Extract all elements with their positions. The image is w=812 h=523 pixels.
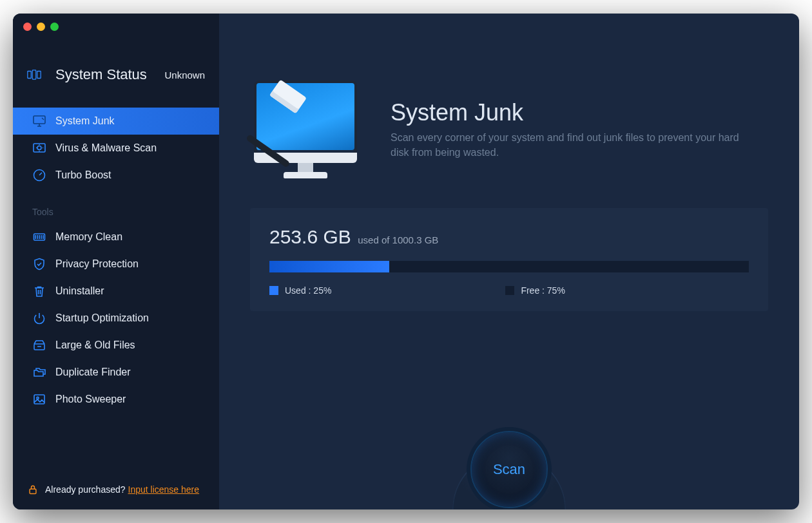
sidebar-item-label: Large & Old Files <box>55 339 135 351</box>
photo-icon <box>32 392 46 406</box>
swatch-used <box>269 286 278 295</box>
usage-bar-fill <box>269 261 389 272</box>
svg-rect-0 <box>28 71 32 79</box>
dashboard-icon <box>27 68 41 82</box>
system-status-title: System Status <box>55 66 147 83</box>
bug-scan-icon <box>32 141 46 155</box>
sidebar-item-label: Uninstaller <box>55 285 104 297</box>
close-button[interactable] <box>23 23 32 31</box>
system-status-row[interactable]: System Status Unknown <box>13 66 219 83</box>
scan-button[interactable]: Scan <box>470 431 548 508</box>
sidebar-item-virus-scan[interactable]: Virus & Malware Scan <box>13 135 219 162</box>
tools-section-label: Tools <box>13 207 219 217</box>
hero: System Junk Scan every corner of your sy… <box>219 78 799 181</box>
sidebar-item-label: Privacy Protection <box>55 258 139 270</box>
legend-used: Used : 25% <box>269 285 331 296</box>
swatch-free <box>505 286 514 295</box>
sidebar-item-label: Memory Clean <box>55 231 122 243</box>
app-window: System Status Unknown System Junk Virus … <box>13 14 799 509</box>
scan-button-label: Scan <box>493 461 525 478</box>
sidebar-item-label: Turbo Boost <box>55 169 111 181</box>
sidebar-item-turbo-boost[interactable]: Turbo Boost <box>13 162 219 189</box>
sidebar-item-system-junk[interactable]: System Junk <box>13 108 219 135</box>
folders-icon <box>32 365 46 379</box>
shield-icon <box>32 257 46 271</box>
sidebar-item-uninstaller[interactable]: Uninstaller <box>13 278 219 305</box>
drawer-icon <box>32 338 46 352</box>
license-link[interactable]: Input license here <box>128 484 200 495</box>
monitor-icon <box>32 114 46 128</box>
usage-bar <box>269 261 749 272</box>
main-content: System Junk Scan every corner of your sy… <box>219 14 799 509</box>
page-title: System Junk <box>391 99 751 126</box>
sidebar-item-duplicate[interactable]: Duplicate Finder <box>13 359 219 386</box>
svg-point-10 <box>37 397 39 399</box>
usage-legend: Used : 25% Free : 75% <box>269 285 749 296</box>
sidebar-item-label: Startup Optimization <box>55 312 149 324</box>
sidebar-item-label: Photo Sweeper <box>55 394 126 405</box>
license-prompt: Already purchased? <box>45 484 126 495</box>
power-icon <box>32 311 46 325</box>
disk-usage-heading: 253.6 GB used of 1000.3 GB <box>269 226 749 248</box>
scan-area: Scan <box>441 413 577 509</box>
sidebar-item-label: Virus & Malware Scan <box>55 142 157 154</box>
sidebar-item-memory-clean[interactable]: Memory Clean <box>13 223 219 251</box>
license-row: Already purchased? Input license here <box>13 470 219 509</box>
zoom-button[interactable] <box>50 23 59 31</box>
trash-icon <box>32 284 46 298</box>
disk-usage-panel: 253.6 GB used of 1000.3 GB Used : 25% Fr… <box>250 208 768 311</box>
page-subtitle: Scan every corner of your system and fin… <box>391 130 751 160</box>
used-amount: 253.6 GB <box>269 226 351 247</box>
sidebar-item-startup[interactable]: Startup Optimization <box>13 305 219 332</box>
svg-rect-1 <box>32 70 36 79</box>
svg-point-5 <box>37 146 41 150</box>
sidebar-item-label: System Junk <box>55 115 115 127</box>
sidebar: System Status Unknown System Junk Virus … <box>13 14 219 509</box>
hero-text: System Junk Scan every corner of your sy… <box>391 99 751 160</box>
legend-free: Free : 75% <box>505 285 565 296</box>
hero-illustration <box>250 78 360 181</box>
memory-icon <box>32 230 46 244</box>
svg-rect-2 <box>37 71 41 79</box>
system-status-value: Unknown <box>164 70 205 81</box>
gauge-icon <box>32 168 46 182</box>
svg-rect-9 <box>34 395 44 404</box>
sidebar-item-label: Duplicate Finder <box>55 366 131 378</box>
used-of-label: used of 1000.3 GB <box>358 234 438 245</box>
lock-icon <box>27 484 39 495</box>
svg-rect-11 <box>30 489 36 493</box>
sidebar-item-photo-sweeper[interactable]: Photo Sweeper <box>13 386 219 413</box>
window-controls <box>23 23 59 31</box>
sidebar-item-large-old[interactable]: Large & Old Files <box>13 332 219 359</box>
legend-used-label: Used : 25% <box>285 285 331 296</box>
legend-free-label: Free : 75% <box>521 285 565 296</box>
minimize-button[interactable] <box>37 23 45 31</box>
sidebar-item-privacy[interactable]: Privacy Protection <box>13 251 219 278</box>
